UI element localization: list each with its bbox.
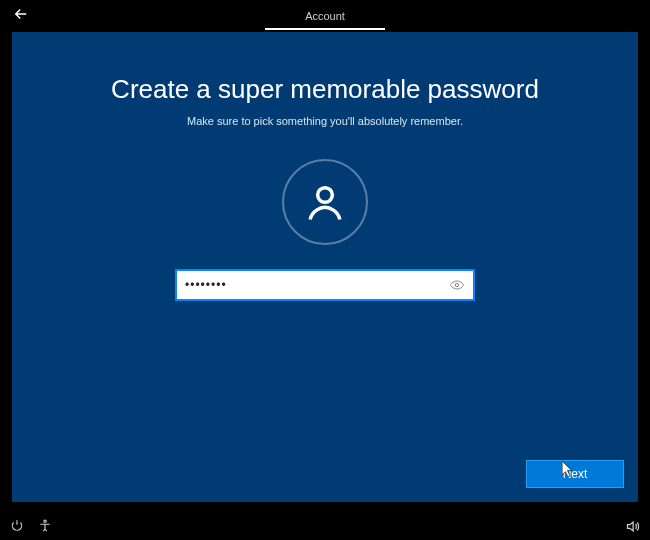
bottom-bar	[0, 512, 650, 540]
svg-point-1	[455, 283, 458, 286]
top-bar: Account	[0, 0, 650, 32]
power-icon[interactable]	[10, 519, 24, 533]
password-input[interactable]	[185, 278, 449, 292]
volume-icon[interactable]	[625, 519, 640, 534]
next-button-label: Next	[563, 467, 588, 481]
tab-account[interactable]: Account	[265, 2, 385, 30]
page-title: Create a super memorable password	[12, 74, 638, 105]
bottom-right-icons	[625, 519, 640, 534]
svg-point-2	[44, 520, 46, 522]
password-field-wrap	[175, 269, 475, 301]
bottom-left-icons	[10, 519, 52, 533]
svg-point-0	[318, 188, 333, 203]
next-button[interactable]: Next	[526, 460, 624, 488]
password-reveal-icon[interactable]	[449, 277, 465, 293]
user-avatar-icon	[282, 159, 368, 245]
main-panel: Create a super memorable password Make s…	[12, 32, 638, 502]
back-arrow-icon[interactable]	[12, 5, 30, 28]
page-subtitle: Make sure to pick something you'll absol…	[12, 115, 638, 127]
ease-of-access-icon[interactable]	[38, 519, 52, 533]
